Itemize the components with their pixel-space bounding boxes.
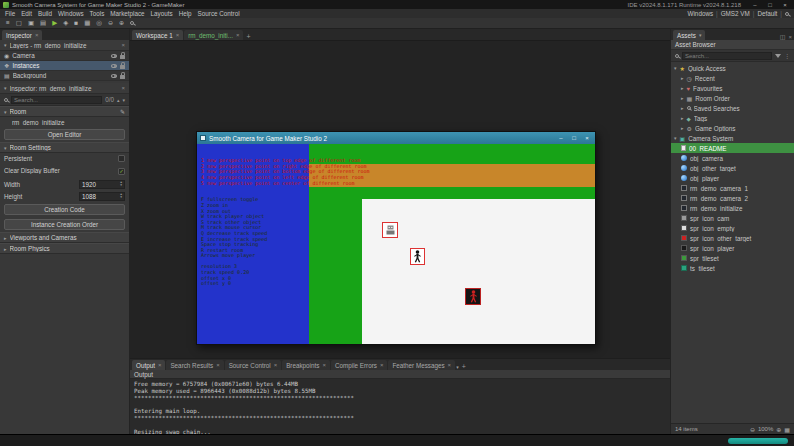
tree-item-obj-other-target[interactable]: obj_other_target (671, 163, 794, 173)
tree-group-camera-system[interactable]: Camera System (671, 133, 794, 143)
tree-item-obj-player[interactable]: obj_player (671, 173, 794, 183)
visibility-eye-icon[interactable] (111, 54, 117, 58)
search-icon[interactable] (785, 12, 789, 16)
clean-icon[interactable]: ▦ (84, 20, 90, 27)
close-tab-icon[interactable] (448, 362, 452, 368)
stepper-arrows[interactable] (120, 181, 122, 187)
zoom-in-icon[interactable] (119, 20, 124, 27)
tree-item-ts-tileset[interactable]: ts_tileset (671, 263, 794, 273)
room-physics-section-header[interactable]: Room Physics (0, 243, 129, 254)
view-mode-icon[interactable] (784, 426, 790, 433)
minimize-button[interactable] (749, 2, 761, 8)
close-tab-icon[interactable] (236, 32, 240, 38)
tree-item-tags[interactable]: Tags (671, 113, 794, 123)
tree-item-rm-demo-camera-1[interactable]: rm_demo_camera_1 (671, 183, 794, 193)
chevron-right-icon[interactable] (681, 125, 684, 131)
close-tab-icon[interactable] (158, 362, 162, 368)
tab-workspace-1[interactable]: Workspace 1 (132, 30, 183, 40)
menu-layouts[interactable]: Layouts (148, 10, 176, 17)
visibility-eye-icon[interactable] (111, 64, 117, 68)
close-icon[interactable] (121, 85, 125, 91)
stepper-arrows[interactable] (120, 193, 122, 199)
tab-source-control[interactable]: Source Control (225, 360, 282, 370)
menu-tools[interactable]: Tools (87, 10, 108, 17)
layer-row-instances[interactable]: ❖ Instances (0, 61, 129, 71)
tree-item-favourites[interactable]: Favourites (671, 83, 794, 93)
room-editor-canvas[interactable]: Smooth Camera for Game Maker Studio 2 1 … (130, 40, 670, 358)
open-project-icon[interactable]: ▣ (28, 20, 34, 27)
toolbar-search-icon[interactable] (130, 21, 134, 25)
tree-item-rm-demo-camera-2[interactable]: rm_demo_camera_2 (671, 193, 794, 203)
creation-code-button[interactable]: Creation Code (4, 204, 125, 215)
tree-item-game-options[interactable]: Game Options (671, 123, 794, 133)
chevron-right-icon[interactable] (681, 115, 684, 121)
tree-item-rm-demo-initialize[interactable]: rm_demo_initialize (671, 203, 794, 213)
menu-file[interactable]: File (2, 10, 18, 17)
layout-label[interactable]: Default (757, 10, 777, 17)
menu-icon[interactable]: ≡ (6, 20, 10, 27)
game-minimize-button[interactable] (556, 135, 566, 141)
assets-search-input[interactable] (682, 52, 772, 60)
tree-item-spr-icon-empty[interactable]: spr_icon_empty (671, 223, 794, 233)
room-settings-header[interactable]: Room Settings (0, 142, 129, 153)
game-window[interactable]: Smooth Camera for Game Maker Studio 2 1 … (196, 131, 596, 345)
menu-marketplace[interactable]: Marketplace (107, 10, 147, 17)
tab-inspector[interactable]: Inspector (2, 30, 42, 40)
debug-icon[interactable]: ◈ (63, 20, 68, 27)
stop-icon[interactable]: ■ (74, 20, 78, 27)
inspector-target-dropdown[interactable]: Inspector: rm_demo_initialize (0, 83, 129, 94)
tree-item-room-order[interactable]: Room Order (671, 93, 794, 103)
menu-windows[interactable]: Windows (55, 10, 87, 17)
chevron-right-icon[interactable] (681, 105, 684, 111)
filter-icon[interactable] (775, 54, 781, 58)
tree-item-obj-camera[interactable]: obj_camera (671, 153, 794, 163)
chevron-right-icon[interactable] (681, 75, 684, 81)
layers-dropdown[interactable]: Layers - rm_demo_initialize (0, 40, 129, 51)
visibility-eye-icon[interactable] (111, 74, 117, 78)
runtime-label[interactable]: GMS2 VM (721, 10, 750, 17)
tab-assets[interactable]: Assets (673, 30, 705, 40)
chevron-down-icon[interactable] (674, 135, 677, 141)
tree-item-recent[interactable]: Recent (671, 73, 794, 83)
zoom-out-icon[interactable] (750, 426, 755, 433)
tab-compile-errors[interactable]: Compile Errors (331, 360, 388, 370)
tree-item-spr-tileset[interactable]: spr_tileset (671, 253, 794, 263)
target-platform-label[interactable]: Windows (688, 10, 714, 17)
layer-row-camera[interactable]: ◉ Camera (0, 51, 129, 61)
tree-item-saved-searches[interactable]: Saved Searches (671, 103, 794, 113)
chevron-up-icon[interactable] (117, 97, 120, 103)
close-tab-icon[interactable] (176, 32, 180, 38)
room-section-header[interactable]: Room (0, 106, 129, 117)
close-panel-icon[interactable] (788, 34, 792, 40)
new-tab-icon[interactable] (460, 363, 468, 370)
tab-breakpoints[interactable]: Breakpoints (282, 360, 330, 370)
game-maximize-button[interactable] (569, 135, 579, 141)
close-tab-icon[interactable] (274, 362, 278, 368)
tree-item-spr-icon-other-target[interactable]: spr_icon_other_target (671, 233, 794, 243)
tab-feather-messages[interactable]: Feather Messages (388, 360, 455, 370)
tree-item-spr-icon-player[interactable]: spr_icon_player (671, 243, 794, 253)
close-tab-icon[interactable] (322, 362, 326, 368)
menu-edit[interactable]: Edit (18, 10, 35, 17)
lock-icon[interactable] (120, 65, 125, 69)
layer-row-background[interactable]: ▤ Background (0, 71, 129, 81)
tab-output[interactable]: Output (132, 360, 165, 370)
open-editor-button[interactable]: Open Editor (4, 129, 125, 140)
width-stepper[interactable]: 1920 (79, 180, 125, 189)
new-project-icon[interactable]: ▢ (16, 20, 22, 27)
maximize-button[interactable] (764, 2, 776, 8)
lock-icon[interactable] (120, 55, 125, 59)
more-options-icon[interactable] (784, 52, 790, 59)
clear-display-buffer-checkbox[interactable] (118, 168, 125, 175)
edit-icon[interactable] (120, 108, 125, 115)
close-button[interactable] (779, 2, 791, 8)
tree-item-spr-icon-cam[interactable]: spr_icon_cam (671, 213, 794, 223)
zoom-out-icon[interactable] (108, 20, 113, 27)
new-tab-icon[interactable] (244, 33, 252, 40)
tab-search-results[interactable]: Search Results (166, 360, 223, 370)
tree-group-quick-access[interactable]: Quick Access (671, 63, 794, 73)
save-icon[interactable]: ▤ (40, 20, 46, 27)
persistent-checkbox[interactable] (118, 155, 125, 162)
game-close-button[interactable] (582, 135, 592, 141)
play-icon[interactable]: ▶ (52, 20, 57, 27)
